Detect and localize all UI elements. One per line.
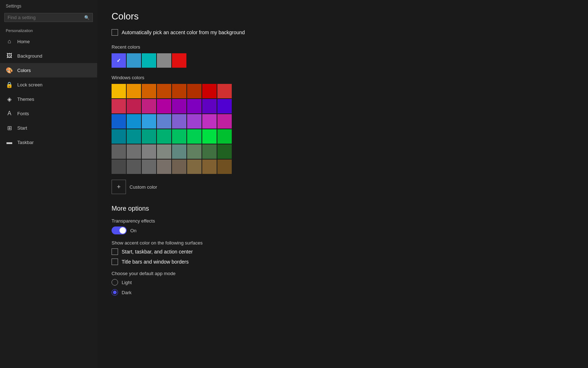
- windows-color-2[interactable]: [142, 84, 156, 98]
- windows-color-26[interactable]: [142, 129, 156, 144]
- home-icon: ⌂: [6, 38, 13, 45]
- windows-color-21[interactable]: [187, 114, 202, 129]
- windows-color-27[interactable]: [157, 129, 171, 144]
- sidebar-label-start: Start: [17, 125, 27, 131]
- start-taskbar-row: Start, taskbar, and action center: [112, 248, 574, 255]
- windows-color-20[interactable]: [172, 114, 186, 129]
- windows-color-34[interactable]: [142, 144, 156, 159]
- sidebar-item-home[interactable]: ⌂ Home: [0, 34, 97, 49]
- title-bars-checkbox[interactable]: [112, 259, 118, 265]
- sidebar-item-themes[interactable]: ◈ Themes: [0, 92, 97, 106]
- windows-color-37[interactable]: [187, 144, 202, 159]
- windows-color-46[interactable]: [202, 160, 217, 174]
- windows-color-5[interactable]: [187, 84, 202, 98]
- windows-color-8[interactable]: [112, 99, 126, 113]
- windows-color-0[interactable]: [112, 84, 126, 98]
- recent-color-1[interactable]: [127, 53, 141, 68]
- title-bars-label: Title bars and window borders: [122, 259, 189, 265]
- windows-color-38[interactable]: [202, 144, 217, 159]
- sidebar-item-start[interactable]: ⊞ Start: [0, 121, 97, 135]
- sidebar-item-background[interactable]: 🖼 Background: [0, 49, 97, 63]
- windows-color-25[interactable]: [127, 129, 141, 144]
- custom-color-label: Custom color: [130, 184, 157, 190]
- windows-color-36[interactable]: [172, 144, 186, 159]
- windows-color-19[interactable]: [157, 114, 171, 129]
- sidebar-label-taskbar: Taskbar: [17, 140, 34, 145]
- recent-color-4[interactable]: [172, 53, 186, 68]
- windows-color-3[interactable]: [157, 84, 171, 98]
- windows-color-18[interactable]: [142, 114, 156, 129]
- sidebar-item-lock-screen[interactable]: 🔒 Lock screen: [0, 77, 97, 92]
- radio-label-dark: Dark: [122, 290, 131, 295]
- sidebar-item-fonts[interactable]: A Fonts: [0, 106, 97, 121]
- windows-color-45[interactable]: [187, 160, 202, 174]
- recent-color-0[interactable]: [112, 53, 126, 68]
- windows-color-6[interactable]: [202, 84, 217, 98]
- section-label: Personalization: [0, 25, 97, 34]
- windows-color-14[interactable]: [202, 99, 217, 113]
- windows-color-16[interactable]: [112, 114, 126, 129]
- search-box[interactable]: 🔍: [4, 13, 93, 22]
- radio-dark[interactable]: [112, 289, 118, 296]
- auto-pick-checkbox[interactable]: [112, 29, 118, 36]
- windows-color-42[interactable]: [142, 160, 156, 174]
- windows-color-29[interactable]: [187, 129, 202, 144]
- windows-color-7[interactable]: [217, 84, 232, 98]
- windows-color-33[interactable]: [127, 144, 141, 159]
- windows-color-9[interactable]: [127, 99, 141, 113]
- sidebar-label-fonts: Fonts: [17, 111, 29, 116]
- toggle-knob: [119, 227, 126, 234]
- transparency-option: Transparency effects On: [112, 218, 574, 234]
- themes-icon: ◈: [6, 95, 13, 103]
- main-content: Colors Automatically pick an accent colo…: [97, 0, 588, 368]
- window-title: Settings: [0, 0, 97, 12]
- windows-color-40[interactable]: [112, 160, 126, 174]
- recent-color-3[interactable]: [157, 53, 171, 68]
- radio-light[interactable]: [112, 279, 118, 286]
- transparency-toggle[interactable]: [112, 226, 127, 234]
- recent-color-2[interactable]: [142, 53, 156, 68]
- windows-color-12[interactable]: [172, 99, 186, 113]
- windows-color-28[interactable]: [172, 129, 186, 144]
- nav-list: ⌂ Home 🖼 Background 🎨 Colors 🔒 Lock scre…: [0, 34, 97, 149]
- sidebar: Settings 🔍 Personalization ⌂ Home 🖼 Back…: [0, 0, 97, 368]
- lock-screen-icon: 🔒: [6, 81, 13, 88]
- app-mode-label: Choose your default app mode: [112, 271, 574, 276]
- fonts-icon: A: [6, 110, 13, 117]
- sidebar-item-taskbar[interactable]: ▬ Taskbar: [0, 135, 97, 149]
- windows-color-41[interactable]: [127, 160, 141, 174]
- windows-color-47[interactable]: [217, 160, 232, 174]
- sidebar-label-themes: Themes: [17, 97, 34, 102]
- windows-color-13[interactable]: [187, 99, 202, 113]
- colors-icon: 🎨: [6, 67, 13, 74]
- windows-color-15[interactable]: [217, 99, 232, 113]
- custom-color-button[interactable]: + Custom color: [112, 180, 574, 194]
- windows-color-17[interactable]: [127, 114, 141, 129]
- windows-color-11[interactable]: [157, 99, 171, 113]
- app-mode-row-light: Light: [112, 279, 574, 286]
- windows-color-39[interactable]: [217, 144, 232, 159]
- show-accent-label: Show accent color on the following surfa…: [112, 240, 574, 246]
- windows-color-35[interactable]: [157, 144, 171, 159]
- background-icon: 🖼: [6, 52, 13, 59]
- title-bars-row: Title bars and window borders: [112, 259, 574, 265]
- windows-color-1[interactable]: [127, 84, 141, 98]
- windows-color-44[interactable]: [172, 160, 186, 174]
- windows-color-43[interactable]: [157, 160, 171, 174]
- windows-color-10[interactable]: [142, 99, 156, 113]
- windows-color-32[interactable]: [112, 144, 126, 159]
- windows-color-4[interactable]: [172, 84, 186, 98]
- windows-color-22[interactable]: [202, 114, 217, 129]
- recent-colors: [112, 53, 574, 68]
- radio-label-light: Light: [122, 280, 132, 285]
- search-input[interactable]: [8, 15, 84, 20]
- sidebar-item-colors[interactable]: 🎨 Colors: [0, 63, 97, 77]
- windows-color-23[interactable]: [217, 114, 232, 129]
- auto-pick-label: Automatically pick an accent color from …: [122, 30, 245, 35]
- sidebar-label-lock-screen: Lock screen: [17, 82, 42, 87]
- windows-color-24[interactable]: [112, 129, 126, 144]
- windows-color-30[interactable]: [202, 129, 217, 144]
- start-taskbar-checkbox[interactable]: [112, 248, 118, 255]
- windows-color-31[interactable]: [217, 129, 232, 144]
- show-accent-option: Show accent color on the following surfa…: [112, 240, 574, 265]
